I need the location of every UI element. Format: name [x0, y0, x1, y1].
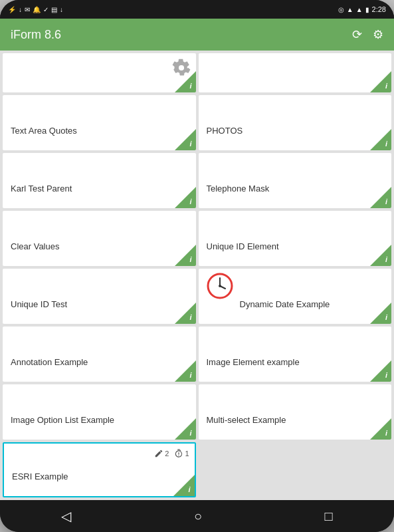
- list-item[interactable]: Dynamic Date Example i: [199, 269, 392, 324]
- pencil-count-badge: 2: [154, 449, 169, 458]
- list-item[interactable]: PHOTOS i: [199, 95, 392, 150]
- list-item[interactable]: Multi-select Example i: [199, 384, 392, 440]
- info-icon: i: [385, 140, 387, 148]
- corner-decoration: [370, 187, 391, 208]
- list-item[interactable]: Telephone Mask i: [199, 153, 392, 208]
- refresh-button[interactable]: ⟳: [352, 27, 362, 42]
- list-item[interactable]: Unique ID Test i: [3, 269, 196, 324]
- corner-decoration: [175, 418, 196, 440]
- esri-example-item[interactable]: 2 1 ESRI Example i: [3, 442, 196, 497]
- item-label: Telephone Mask: [207, 184, 270, 195]
- item-label: PHOTOS: [207, 126, 243, 137]
- item-label: Karl Test Parent: [11, 184, 72, 195]
- settings-button[interactable]: ⚙: [373, 27, 383, 42]
- info-icon: i: [385, 429, 387, 437]
- nav-bar: ◁ ○ □: [0, 500, 394, 532]
- corner-decoration: [175, 360, 196, 382]
- status-left-icons: ⚡ ↓ ✉ 🔔 ✓ ▤ ↓: [8, 6, 63, 13]
- toolbar-actions: ⟳ ⚙: [352, 27, 383, 42]
- signal-icon: ▲: [356, 6, 363, 13]
- svg-point-3: [219, 285, 221, 287]
- list-item[interactable]: Text Area Quotes i: [3, 95, 196, 150]
- time-display: 2:28: [372, 5, 386, 13]
- list-item[interactable]: Image Element example i: [199, 327, 392, 382]
- list-item[interactable]: Clear Values i: [3, 211, 196, 266]
- location-icon: ◎: [338, 6, 344, 13]
- forms-grid: i i Text Area Quotes i PHOTOS i Karl Tes…: [0, 51, 394, 500]
- pencil-icon: [154, 449, 163, 458]
- app-title: iForm 8.6: [11, 28, 61, 42]
- corner-decoration: [370, 71, 391, 92]
- info-icon: i: [385, 313, 387, 321]
- item-label: Image Option List Example: [11, 415, 114, 426]
- wifi-icon: ▲: [347, 6, 353, 13]
- info-icon: i: [189, 429, 191, 437]
- list-item[interactable]: Image Option List Example i: [3, 384, 196, 440]
- clock-icon: [207, 273, 233, 299]
- info-icon: i: [189, 82, 191, 90]
- info-icon: i: [189, 140, 191, 148]
- corner-decoration: [175, 303, 196, 324]
- status-right: ◎ ▲ ▲ ▮ 2:28: [338, 5, 386, 13]
- info-icon: i: [385, 82, 387, 90]
- item-label: Image Element example: [207, 357, 300, 368]
- info-icon: i: [385, 255, 387, 263]
- item-label: Multi-select Example: [207, 415, 286, 426]
- corner-decoration: [175, 245, 196, 266]
- list-item[interactable]: Annotation Example i: [3, 327, 196, 382]
- corner-decoration: [370, 129, 391, 150]
- corner-decoration: [175, 187, 196, 208]
- list-item[interactable]: Unique ID Element i: [199, 211, 392, 266]
- item-label: Annotation Example: [11, 357, 88, 368]
- home-button[interactable]: ○: [194, 509, 202, 524]
- list-item[interactable]: Karl Test Parent i: [3, 153, 196, 208]
- item-label: Unique ID Element: [207, 241, 279, 253]
- corner-decoration: [370, 360, 391, 382]
- corner-decoration: [175, 129, 196, 150]
- status-bar: ⚡ ↓ ✉ 🔔 ✓ ▤ ↓ ◎ ▲ ▲ ▮ 2:28: [0, 0, 394, 19]
- list-item[interactable]: i: [199, 53, 392, 92]
- device: ⚡ ↓ ✉ 🔔 ✓ ▤ ↓ ◎ ▲ ▲ ▮ 2:28 iForm 8.6 ⟳ ⚙: [0, 0, 394, 532]
- info-icon: i: [189, 313, 191, 321]
- corner-decoration: [370, 418, 391, 440]
- info-icon: i: [189, 371, 191, 379]
- info-icon: i: [188, 485, 190, 493]
- item-badges: 2 1: [154, 449, 189, 458]
- item-label: Unique ID Test: [11, 299, 67, 311]
- item-label: Clear Values: [11, 241, 59, 253]
- corner-decoration: [175, 71, 196, 92]
- item-label: Dynamic Date Example: [240, 299, 330, 311]
- info-icon: i: [189, 255, 191, 263]
- timer-icon: [174, 449, 183, 458]
- screen: iForm 8.6 ⟳ ⚙ i i: [0, 19, 394, 500]
- timer-count-badge: 1: [174, 449, 189, 458]
- info-icon: i: [385, 198, 387, 205]
- toolbar: iForm 8.6 ⟳ ⚙: [0, 19, 394, 51]
- info-icon: i: [189, 198, 191, 205]
- corner-decoration: [370, 245, 391, 266]
- item-label: ESRI Example: [12, 471, 68, 483]
- recents-button[interactable]: □: [325, 509, 333, 524]
- item-label: Text Area Quotes: [11, 126, 77, 137]
- info-icon: i: [385, 371, 387, 379]
- back-button[interactable]: ◁: [61, 508, 71, 524]
- list-item[interactable]: i: [3, 53, 196, 92]
- battery-icon: ▮: [365, 6, 369, 13]
- corner-decoration: [370, 303, 391, 324]
- corner-decoration: [173, 475, 195, 496]
